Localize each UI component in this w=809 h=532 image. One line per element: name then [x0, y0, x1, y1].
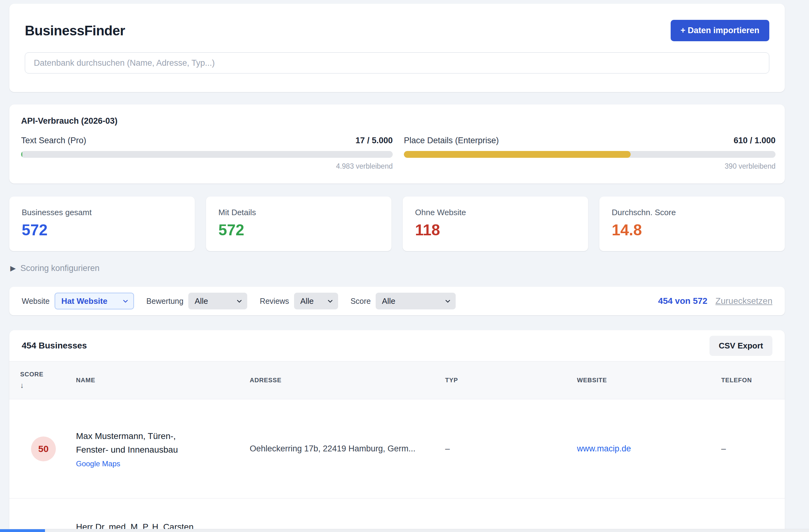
website-filter-value: Hat Website — [62, 296, 107, 306]
google-maps-link[interactable]: Google Maps — [76, 459, 120, 468]
header-top: BusinessFinder + Daten importieren — [25, 20, 769, 41]
telefon-cell: – — [712, 444, 785, 454]
name-cell: Max Mustermann, Türen-, Fenster- und Inn… — [67, 429, 240, 468]
chevron-down-icon — [445, 298, 450, 303]
filter-label-website: Website — [22, 297, 50, 306]
stat-card-with-details: Mit Details 572 — [206, 197, 392, 251]
stat-card-avg-score: Durchschn. Score 14.8 — [599, 197, 785, 251]
website-filter-select[interactable]: Hat Website — [55, 292, 134, 309]
page-title: BusinessFinder — [25, 23, 125, 38]
score-filter-select[interactable]: Alle — [376, 292, 456, 309]
api-usage-grid: Text Search (Pro) 17 / 5.000 4.983 verbl… — [21, 136, 775, 171]
column-header-typ[interactable]: TYP — [436, 377, 568, 384]
website-cell — [568, 498, 712, 520]
filter-result-count: 454 von 572 — [658, 296, 708, 306]
expand-triangle-icon: ▶ — [10, 264, 16, 272]
chevron-down-icon — [237, 298, 242, 303]
scoring-configure-label: Scoring konfigurieren — [20, 264, 100, 273]
horizontal-scrollbar-thumb[interactable] — [0, 529, 45, 532]
meter-usage: 17 / 5.000 — [356, 136, 393, 145]
address-cell: Oehleckerring 17b, 22419 Hamburg, Germ..… — [240, 444, 436, 454]
score-badge: 50 — [31, 437, 56, 461]
api-meter-place-details: Place Details (Enterprise) 610 / 1.000 3… — [404, 136, 775, 171]
meter-name: Text Search (Pro) — [21, 136, 86, 145]
stat-value: 572 — [218, 221, 379, 239]
stats-row: Businesses gesamt 572 Mit Details 572 Oh… — [9, 197, 785, 251]
api-usage-card: API-Verbrauch (2026-03) Text Search (Pro… — [9, 105, 785, 183]
api-usage-title: API-Verbrauch (2026-03) — [21, 116, 775, 126]
column-header-name[interactable]: NAME — [67, 377, 240, 384]
table-header-bar: 454 Businesses CSV Export — [9, 330, 785, 361]
meter-name: Place Details (Enterprise) — [404, 136, 499, 145]
website-link[interactable]: www.macip.de — [577, 444, 631, 453]
progress-track — [404, 151, 775, 158]
meter-remaining: 4.983 verbleibend — [21, 162, 393, 171]
bewertung-filter-select[interactable]: Alle — [188, 292, 247, 309]
stat-label: Durchschn. Score — [612, 208, 772, 217]
meter-remaining: 390 verbleibend — [404, 162, 775, 171]
chevron-down-icon — [328, 298, 333, 303]
column-header-telefon[interactable]: TELEFON — [712, 377, 785, 384]
stat-value: 118 — [415, 221, 576, 239]
search-input[interactable] — [25, 52, 769, 73]
filter-label-score: Score — [350, 297, 371, 306]
stat-value: 14.8 — [612, 221, 772, 239]
typ-cell — [436, 498, 568, 520]
address-cell — [240, 498, 436, 520]
chevron-down-icon — [123, 298, 128, 303]
filter-bar: Website Hat Website Bewertung Alle Revie… — [9, 287, 785, 315]
stat-label: Businesses gesamt — [22, 208, 183, 217]
progress-fill — [21, 151, 22, 158]
table-row: 50 Max Mustermann, Türen-, Fenster- und … — [9, 399, 785, 498]
stat-card-no-website: Ohne Website 118 — [403, 197, 588, 251]
stat-card-total: Businesses gesamt 572 — [9, 197, 195, 251]
stat-label: Ohne Website — [415, 208, 576, 217]
filter-label-bewertung: Bewertung — [147, 297, 184, 306]
column-header-adresse[interactable]: ADRESSE — [240, 377, 436, 384]
reviews-filter-value: Alle — [300, 296, 314, 306]
table-column-header-row: SCORE ↓ NAME ADRESSE TYP WEBSITE TELEFON — [9, 361, 785, 399]
scoring-configure-toggle[interactable]: ▶ Scoring konfigurieren — [10, 264, 785, 273]
score-cell: 50 — [20, 437, 67, 461]
page-container: BusinessFinder + Daten importieren API-V… — [0, 0, 785, 532]
results-table-card: 454 Businesses CSV Export SCORE ↓ NAME A… — [9, 330, 785, 532]
meter-usage: 610 / 1.000 — [734, 136, 775, 145]
horizontal-scrollbar-track[interactable] — [0, 529, 809, 532]
stat-value: 572 — [22, 221, 183, 239]
score-filter-value: Alle — [382, 296, 395, 306]
table-row: Herr Dr. med. M. P. H. Carsten — [9, 498, 785, 532]
table-title: 454 Businesses — [22, 341, 87, 351]
header-card: BusinessFinder + Daten importieren — [9, 4, 785, 92]
progress-track — [21, 151, 393, 158]
bewertung-filter-value: Alle — [194, 296, 208, 306]
column-header-score[interactable]: SCORE ↓ — [20, 371, 67, 390]
telefon-cell — [712, 498, 785, 520]
api-meter-text-search: Text Search (Pro) 17 / 5.000 4.983 verbl… — [21, 136, 393, 171]
filter-label-reviews: Reviews — [260, 297, 289, 306]
reviews-filter-select[interactable]: Alle — [294, 292, 338, 309]
typ-cell: – — [436, 444, 568, 454]
column-header-website[interactable]: WEBSITE — [568, 377, 712, 384]
website-cell: www.macip.de — [568, 444, 712, 454]
score-cell — [20, 498, 67, 532]
filter-reset-link[interactable]: Zuruecksetzen — [715, 296, 772, 306]
progress-fill — [404, 151, 631, 158]
business-name: Max Mustermann, Türen-, Fenster- und Inn… — [76, 429, 240, 456]
import-data-button[interactable]: + Daten importieren — [671, 20, 769, 41]
stat-label: Mit Details — [218, 208, 379, 217]
name-cell: Herr Dr. med. M. P. H. Carsten — [67, 498, 240, 532]
csv-export-button[interactable]: CSV Export — [709, 336, 772, 356]
sort-desc-icon: ↓ — [20, 381, 67, 390]
